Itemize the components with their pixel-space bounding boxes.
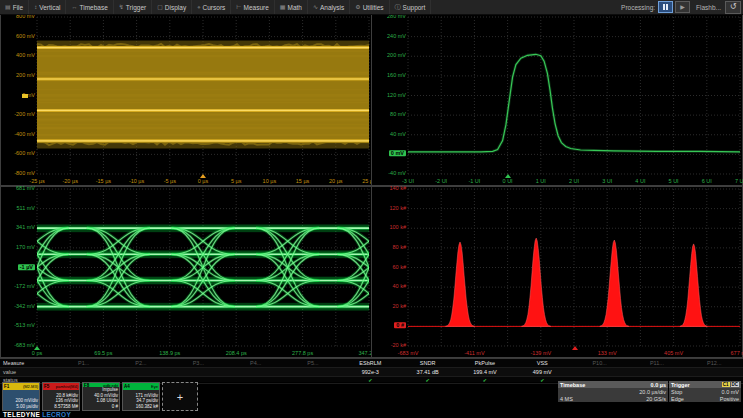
menu-item-display[interactable]: ▢Display [152,0,192,14]
measure-cell: 37.41 dB [399,369,456,375]
y-axis-label-text: -400 mV [14,131,35,137]
menu-item-trigger[interactable]: ↯Trigger [114,0,152,14]
x-axis-label: -10 µs [129,179,144,185]
descriptor-a4[interactable]: A4Eye171 mV/div34.7 ps/div160.382 k# [122,382,160,411]
measure-cell[interactable]: P2... [112,360,169,366]
ground-level-marker [22,94,28,98]
brand-logo: TELEDYNE LECROY [3,411,71,418]
trigger-descriptor[interactable]: Trigger C1DC Stop 0.0 mV Edge Positive [669,381,741,402]
measure-cell[interactable]: P4... [227,360,284,366]
menu-item-label: File [13,4,23,11]
descriptor-f5[interactable]: F5pamhist(M4)20.8 k#/div136 mV/div8.5735… [42,382,80,411]
y-axis-label: 341 mV [2,225,35,231]
x-axis-label: -5 µs [164,179,176,185]
x-axis-label: 15 µs [296,179,310,185]
measure-cell[interactable]: ESbRLM [342,360,399,366]
level-histogram-quadrant: 140 k#120 k#100 k#80 k#60 k#40 k#20 k#0 … [371,186,743,358]
menu-item-label: Trigger [126,4,146,11]
menu-item-label: Math [288,4,302,11]
timebase-scale: 20.0 µs/div [639,389,666,395]
trigger-slope: Positive [720,396,739,402]
x-axis-label: 405 mV [664,351,683,357]
y-axis-label: 200 mV [373,54,406,60]
add-trace-button[interactable]: + [162,382,198,411]
x-axis-label: -139 mV [530,351,551,357]
y-axis-label: -40 mV [373,171,406,177]
measure-cell[interactable]: P3... [170,360,227,366]
x-axis-label: -2 UI [435,179,447,185]
analysis-icon: ∿ [313,4,318,10]
x-axis-label: 277.8 ps [292,351,313,357]
y-axis-label: 200 mV [2,73,35,79]
file-icon: ▤ [5,4,11,10]
eye-diagram-plot[interactable] [1,187,371,357]
measure-icon: ⊢ [236,4,241,10]
menu-items: ▤File↕Vertical↔Timebase↯Trigger▢Display⌖… [0,0,431,14]
y-axis-label-text: -600 mV [14,151,35,157]
descriptor-f8[interactable]: F8wdb editImpulse40.0 mV/div1.08 UI/div0… [82,382,120,411]
menu-item-label: Display [165,4,186,11]
y-axis-label: 140 k# [373,186,406,192]
menu-item-math[interactable]: ▦Math [275,0,308,14]
waveform-grid: 800 mV600 mV400 mV200 mV0 mV-200 mV-400 … [0,14,743,358]
measure-row-label: Measure [0,360,55,366]
y-axis-label: 511 mV [2,206,35,212]
y-axis-label: 160 mV [373,73,406,79]
flashback-button[interactable]: Flashb... [692,4,725,11]
y-axis-label-text: 600 mV [16,33,35,39]
y-axis-label-text: 170 mV [16,244,35,250]
y-axis-label-text: 60 k# [393,264,406,270]
measure-cell[interactable]: VSS [514,360,571,366]
measure-cell: 199.4 mV [456,369,513,375]
menu-item-timebase[interactable]: ↔Timebase [66,0,113,14]
math-icon: ▦ [280,4,286,10]
descriptor-f1[interactable]: F1(M2-M3)200 mV/div5.00 µs/div [2,382,40,411]
measure-cell[interactable]: P5... [284,360,341,366]
descriptor-body: 200 mV/div5.00 µs/div [3,390,39,410]
y-axis-label-text: 511 mV [16,205,35,211]
y-axis-label: 60 k# [373,265,406,271]
level-histogram-plot[interactable] [372,187,742,357]
descriptor-line: 8.57358 M# [44,404,78,409]
menu-item-cursors[interactable]: ⌖Cursors [192,0,231,14]
menu-item-utilities[interactable]: ⚙Utilities [350,0,389,14]
x-axis-label: -25 µs [29,179,44,185]
play-button[interactable]: ▶ [675,1,690,13]
timebase-descriptor[interactable]: Timebase 0.0 µs 20.0 µs/div 4 MS 20 GS/s [558,381,668,402]
y-axis-label: -800 mV [2,171,35,177]
pam4-signal-plot[interactable] [1,15,371,185]
measure-cell: 499 mV [514,369,571,375]
trigger-position-marker [505,174,511,178]
measure-cell[interactable]: P10... [571,360,628,366]
pulse-response-plot[interactable] [372,15,742,185]
y-axis-label-text: -342 mV [14,303,35,309]
eye-diagram-quadrant: 681 mV511 mV341 mV170 mV-1 µV-172 mV-342… [0,186,372,358]
measure-cell[interactable]: P12... [686,360,743,366]
y-axis-label: -172 mV [2,284,35,290]
menu-item-support[interactable]: ⓘSupport [390,0,432,14]
pause-button[interactable] [658,1,673,13]
trigger-level: 0.0 mV [722,389,739,395]
measure-cell[interactable]: SNDR [399,360,456,366]
x-axis-label: 5 UI [669,179,679,185]
y-axis-label: -1 µV [2,265,35,271]
measure-cell[interactable]: PkPulse [456,360,513,366]
menu-item-analysis[interactable]: ∿Analysis [308,0,350,14]
measure-cell[interactable]: P1... [55,360,112,366]
y-axis-label: -342 mV [2,304,35,310]
measure-cell[interactable]: P11... [628,360,685,366]
descriptor-header: A4Eye [123,383,159,390]
x-axis-label: 69.5 ps [94,351,112,357]
menu-item-vertical[interactable]: ↕Vertical [29,0,66,14]
descriptor-line: 160.382 k# [124,404,158,409]
descriptor-body: 20.8 k#/div136 mV/div8.57358 M# [43,390,79,410]
x-axis-label: 677 mV [731,351,743,357]
menu-item-measure[interactable]: ⊢Measure [231,0,275,14]
menu-item-file[interactable]: ▤File [0,0,29,14]
trigger-badge-dc: DC [731,382,740,388]
menu-item-label: Vertical [39,4,60,11]
y-axis-label: 120 k# [373,206,406,212]
undo-icon[interactable]: ↺ [725,1,741,14]
x-axis-label: -411 mV [464,351,484,357]
y-axis-label-text: -1 µV [18,264,35,270]
